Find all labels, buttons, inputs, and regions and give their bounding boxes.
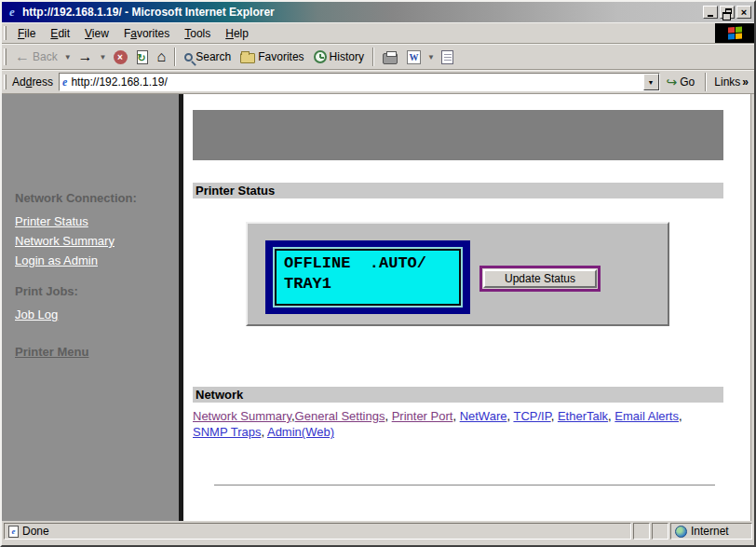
internet-zone-icon (675, 526, 687, 538)
zone-label: Internet (691, 525, 729, 538)
sidebar-network-links: Printer StatusNetwork SummaryLogin as Ad… (15, 212, 171, 270)
network-link[interactable]: Network Summary (193, 409, 291, 423)
windows-logo-throbber (715, 23, 754, 43)
print-icon (383, 53, 398, 64)
edit-with-word-button[interactable]: W (402, 48, 425, 66)
menu-favorites[interactable]: Favorites (116, 25, 177, 42)
title-bar: e http://192.168.1.19/ - Microsoft Inter… (2, 2, 754, 22)
sidebar-nav: Network Connection: Printer StatusNetwor… (2, 94, 179, 521)
security-zone-pane: Internet (670, 523, 752, 540)
back-button[interactable]: ← Back (10, 48, 62, 66)
update-status-button[interactable]: Update Status (483, 269, 597, 288)
favorites-label: Favorites (258, 50, 304, 63)
menu-bar: File Edit View Favorites Tools Help (2, 22, 754, 44)
links-label: Links (714, 75, 740, 89)
browser-window: e http://192.168.1.19/ - Microsoft Inter… (0, 0, 756, 547)
status-message-pane: e Done (4, 523, 631, 540)
address-dropdown-button[interactable]: ▼ (643, 74, 659, 90)
history-label: History (330, 50, 364, 63)
toolbar-separator (372, 48, 374, 66)
toolbar-grip[interactable] (4, 48, 7, 65)
network-link[interactable]: Printer Port (392, 409, 453, 423)
sidebar-link-printer-menu[interactable]: Printer Menu (15, 345, 88, 359)
ie-logo-icon: e (5, 5, 20, 20)
menu-edit[interactable]: Edit (43, 25, 77, 42)
lcd-screen: OFFLINE .AUTO/TRAY1 (275, 249, 461, 306)
sidebar-link[interactable]: Login as Admin (15, 253, 98, 267)
back-icon: ← (15, 49, 30, 64)
toolbar-separator (174, 48, 176, 66)
word-icon: W (407, 50, 421, 64)
network-links: Network Summary,General Settings, Printe… (193, 408, 720, 440)
network-link[interactable]: Admin(Web) (267, 425, 334, 439)
windows-flag-icon (728, 26, 742, 39)
address-field: e ▼ (59, 73, 660, 91)
minimize-button[interactable] (703, 6, 718, 19)
network-link[interactable]: EtherTalk (558, 409, 608, 423)
lcd-line1: OFFLINE .AUTO/ (284, 254, 426, 272)
network-heading: Network (193, 387, 723, 403)
printer-status-heading: Printer Status (193, 183, 723, 198)
network-link[interactable]: Email Alerts (614, 409, 679, 423)
sidebar-link[interactable]: Network Summary (15, 234, 115, 248)
menu-tools[interactable]: Tools (177, 25, 218, 42)
network-link[interactable]: General Settings (295, 409, 385, 423)
close-button[interactable]: × (736, 6, 751, 19)
history-button[interactable]: History (309, 48, 369, 65)
document-icon (441, 50, 453, 64)
stop-button[interactable]: × (109, 48, 132, 66)
page-favicon-icon: e (62, 75, 67, 89)
page-banner (193, 110, 723, 160)
window-title: http://192.168.1.19/ - Microsoft Interne… (22, 6, 703, 19)
sidebar-link[interactable]: Job Log (15, 308, 58, 321)
status-pane-progress (633, 523, 650, 540)
back-dropdown-icon[interactable]: ▼ (62, 53, 74, 62)
go-icon: ↪ (667, 75, 678, 89)
minimize-icon (708, 15, 713, 17)
home-button[interactable]: ⌂ (153, 48, 171, 66)
favorites-icon (240, 53, 255, 63)
menu-bar-grip[interactable] (4, 26, 7, 40)
refresh-icon: ↻ (137, 50, 148, 64)
network-link[interactable]: SNMP Traps (193, 425, 261, 439)
address-bar: Address e ▼ ↪ Go Links » (2, 70, 754, 94)
links-band[interactable]: Links » (710, 75, 754, 89)
sidebar-heading-network-connection: Network Connection: (15, 191, 171, 205)
sidebar-heading-print-jobs: Print Jobs: (15, 284, 171, 298)
forward-dropdown-icon[interactable]: ▼ (98, 53, 109, 62)
main-content: Printer Status OFFLINE .AUTO/TRAY1 Updat… (183, 94, 751, 521)
restore-button[interactable] (720, 6, 735, 19)
lcd-line2: TRAY1 (284, 275, 331, 293)
edit-button[interactable] (437, 48, 458, 66)
address-input[interactable] (71, 75, 642, 89)
back-label: Back (33, 50, 58, 63)
go-button[interactable]: ↪ Go (660, 75, 702, 89)
address-bar-grip[interactable] (4, 75, 7, 90)
print-button[interactable] (378, 48, 402, 66)
menu-help[interactable]: Help (218, 25, 256, 42)
toolbar: ← Back ▼ → ▼ × ↻ ⌂ Search Favorites Hist… (2, 44, 754, 70)
search-button[interactable]: Search (180, 48, 236, 65)
page-status-icon: e (8, 526, 19, 538)
search-label: Search (196, 50, 231, 63)
network-link[interactable]: TCP/IP (513, 409, 550, 423)
search-icon (184, 53, 193, 62)
refresh-button[interactable]: ↻ (132, 48, 153, 66)
printer-status-panel: OFFLINE .AUTO/TRAY1 Update Status (246, 222, 669, 326)
browser-viewport: Network Connection: Printer StatusNetwor… (2, 94, 754, 521)
forward-button[interactable]: → (74, 48, 98, 66)
printer-lcd-display: OFFLINE .AUTO/TRAY1 (265, 240, 470, 314)
go-label: Go (680, 75, 695, 89)
network-link[interactable]: NetWare (460, 409, 507, 423)
edit-dropdown-icon[interactable]: ▼ (425, 53, 437, 62)
update-status-button-frame: Update Status (479, 266, 601, 292)
favorites-button[interactable]: Favorites (236, 48, 308, 65)
stop-icon: × (114, 50, 128, 64)
sidebar-link[interactable]: Printer Status (15, 214, 88, 228)
status-pane-ssl (652, 523, 668, 540)
window-controls: × (703, 6, 751, 19)
menu-file[interactable]: File (10, 25, 43, 42)
forward-icon: → (78, 49, 93, 64)
menu-view[interactable]: View (77, 25, 116, 42)
sidebar-printjob-links: Job Log (15, 305, 171, 324)
